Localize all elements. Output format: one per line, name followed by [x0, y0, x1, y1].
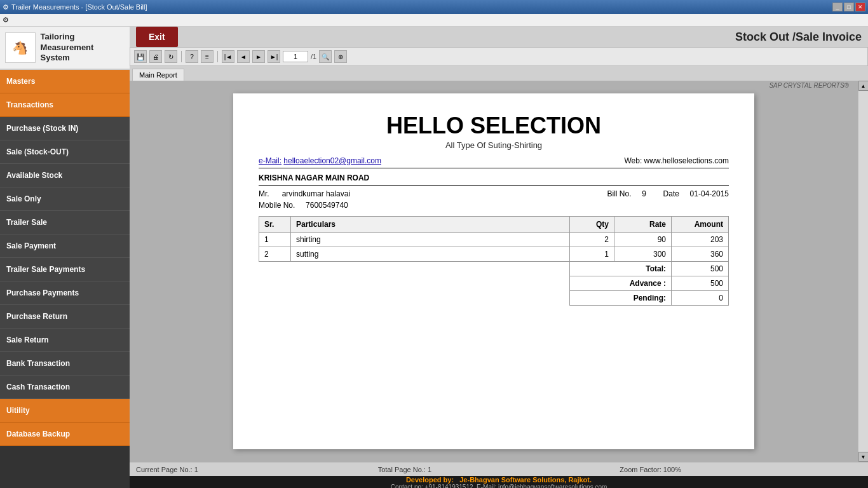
sidebar-item-trailer-sale[interactable]: Trailer Sale [0, 211, 130, 234]
sidebar-item-transactions[interactable]: Transactions [0, 93, 130, 117]
col-sr: Sr. [259, 217, 291, 233]
sidebar-item-sale-payment[interactable]: Sale Payment [0, 234, 130, 258]
last-page-icon[interactable]: ►| [268, 50, 280, 63]
customer-row: Mr. arvindkumar halavai Bill No. 9 Date [259, 189, 729, 198]
company-sub: All Type Of Suting-Shirting [259, 140, 729, 150]
mobile-label: Mobile No. [259, 201, 295, 210]
report-tabs: Main Report [130, 66, 868, 81]
exit-button[interactable]: Exit [136, 27, 178, 47]
empty-cell3 [259, 291, 570, 306]
sidebar-item-sale-stock-out[interactable]: Sale (Stock-OUT) [0, 140, 130, 164]
sidebar-item-purchase-stock-in[interactable]: Purchase (Stock IN) [0, 117, 130, 140]
company-name: HELLO SELECTION [259, 112, 729, 139]
date-label: Date [663, 189, 679, 198]
current-page-status: Current Page No.: 1 [136, 466, 378, 473]
titlebar: ⚙ Trailer Measurements - [Stock Out/Sale… [0, 0, 868, 14]
sidebar-item-bank-transaction[interactable]: Bank Transaction [0, 352, 130, 376]
vertical-scrollbar[interactable]: ▲ ▼ [858, 81, 868, 462]
email-row: e-Mail: helloaelection02@gmail.com [259, 156, 381, 165]
app-icon: ⚙ [3, 3, 9, 11]
table-row: 1 shirting 2 90 203 [259, 233, 729, 247]
footer: Developed by: Je-Bhagvan Software Soluti… [130, 476, 868, 488]
sidebar-logo: 🐴 TailoringMeasurement System [0, 27, 130, 70]
mobile-row: Mobile No. 7600549740 [259, 201, 729, 210]
page-number-input[interactable] [283, 51, 308, 62]
scroll-up-button[interactable]: ▲ [858, 81, 869, 91]
maximize-button[interactable]: □ [844, 3, 854, 11]
totals-row: Total: 500 [259, 262, 729, 276]
row2-amount: 360 [672, 247, 729, 262]
row1-rate: 90 [614, 233, 672, 247]
sidebar-item-database-backup[interactable]: Database Backup [0, 423, 130, 446]
pending-label: Pending: [570, 291, 672, 306]
bill-no-group: Bill No. 9 Date 01-04-2015 [607, 189, 729, 198]
minimize-button[interactable]: _ [832, 3, 843, 11]
advance-row: Advance : 500 [259, 276, 729, 291]
sidebar-item-uitility[interactable]: Uitility [0, 399, 130, 423]
footer-row2: Contact no: +91-8141931512, E-Mail: info… [391, 484, 607, 488]
inv-address: KRISHNA NAGAR MAIN ROAD [259, 173, 729, 186]
row1-amount: 203 [672, 233, 729, 247]
search-icon[interactable]: 🔍 [319, 50, 332, 63]
report-toolbar: 💾 🖨 ↻ ? ≡ |◄ ◄ ► ►| /1 🔍 ⊕ [130, 47, 868, 66]
export-icon[interactable]: 💾 [134, 50, 147, 63]
next-page-icon[interactable]: ► [252, 50, 265, 63]
statusbar: Current Page No.: 1 Total Page No.: 1 Zo… [130, 462, 868, 476]
toolbar-separator-2 [217, 51, 218, 62]
titlebar-left: ⚙ Trailer Measurements - [Stock Out/Sale… [3, 3, 147, 11]
mobile-value: 7600549740 [306, 201, 348, 210]
web-value: www.helloselections.com [644, 156, 729, 165]
menu-icon: ⚙ [3, 16, 9, 24]
titlebar-controls: _ □ ✕ [832, 3, 865, 11]
content-area: Exit Stock Out /Sale Invoice 💾 🖨 ↻ ? ≡ |… [130, 27, 868, 488]
close-button[interactable]: ✕ [855, 3, 865, 11]
report-viewer: 💾 🖨 ↻ ? ≡ |◄ ◄ ► ►| /1 🔍 ⊕ Main Report [130, 47, 868, 476]
col-qty: Qty [570, 217, 614, 233]
sidebar-item-sale-return[interactable]: Sale Return [0, 329, 130, 352]
row2-qty: 1 [570, 247, 614, 262]
page-total-label: /1 [311, 53, 316, 60]
customer-label: Mr. [259, 189, 269, 198]
web-label: Web: [624, 156, 642, 165]
total-label: Total: [570, 262, 672, 276]
customer-name-group: Mr. arvindkumar halavai [259, 189, 350, 198]
zoom-icon[interactable]: ⊕ [334, 50, 347, 63]
tab-main-report[interactable]: Main Report [132, 69, 184, 81]
empty-cell2 [259, 276, 570, 291]
prev-page-icon[interactable]: ◄ [237, 50, 250, 63]
sidebar-item-available-stock[interactable]: Available Stock [0, 164, 130, 187]
group-icon[interactable]: ≡ [201, 50, 214, 63]
page-title: Stock Out /Sale Invoice [735, 30, 862, 44]
email-label: e-Mail: [259, 156, 281, 165]
sidebar-item-purchase-payments[interactable]: Purchase Payments [0, 281, 130, 305]
refresh-icon[interactable]: ↻ [165, 50, 177, 63]
main-layout: 🐴 TailoringMeasurement System Masters Tr… [0, 27, 868, 488]
zoom-status: Zoom Factor: 100% [620, 466, 862, 473]
print-icon[interactable]: 🖨 [149, 50, 162, 63]
col-amount: Amount [672, 217, 729, 233]
logo-icon: 🐴 [5, 32, 36, 63]
sidebar-item-purchase-return[interactable]: Purchase Return [0, 305, 130, 329]
topbar: Exit Stock Out /Sale Invoice [130, 27, 868, 47]
help-icon[interactable]: ? [186, 50, 198, 63]
col-particulars: Particulars [291, 217, 570, 233]
first-page-icon[interactable]: |◄ [222, 50, 234, 63]
total-page-status: Total Page No.: 1 [378, 466, 620, 473]
sidebar-item-masters[interactable]: Masters [0, 70, 130, 93]
advance-label: Advance : [570, 276, 672, 291]
row2-sr: 2 [259, 247, 291, 262]
crystal-area: SAP CRYSTAL REPORTS® HELLO SELECTION All… [130, 81, 868, 462]
web-row: Web: www.helloselections.com [624, 156, 729, 165]
scroll-down-button[interactable]: ▼ [858, 452, 869, 462]
sidebar-item-trailer-sale-payments[interactable]: Trailer Sale Payments [0, 258, 130, 281]
scroll-track[interactable] [858, 91, 868, 452]
sidebar-item-sale-only[interactable]: Sale Only [0, 187, 130, 211]
advance-value: 500 [672, 276, 729, 291]
invoice-scroll[interactable]: HELLO SELECTION All Type Of Suting-Shirt… [130, 81, 858, 462]
row2-rate: 300 [614, 247, 672, 262]
total-value: 500 [672, 262, 729, 276]
sidebar-item-cash-transaction[interactable]: Cash Transaction [0, 376, 130, 399]
footer-inner: Developed by: Je-Bhagvan Software Soluti… [391, 476, 607, 488]
dev-name: Je-Bhagvan Software Solutions, Rajkot. [459, 476, 592, 484]
col-rate: Rate [614, 217, 672, 233]
